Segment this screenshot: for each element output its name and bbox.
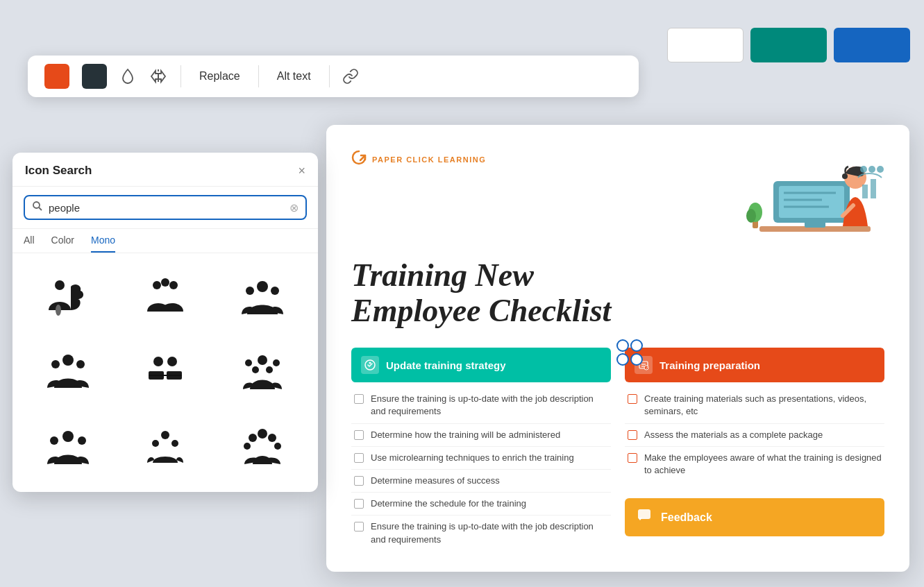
panel-header: Icon Search × — [12, 153, 318, 187]
svg-point-27 — [161, 431, 169, 439]
svg-point-32 — [268, 434, 276, 442]
svg-point-33 — [244, 443, 251, 450]
svg-point-23 — [266, 366, 273, 373]
svg-point-21 — [273, 359, 280, 366]
checkbox[interactable] — [354, 453, 364, 463]
card1-header: Update training strategy — [351, 348, 611, 382]
list-item: Create training materials such as presen… — [625, 388, 884, 423]
card1-items: Ensure the training is up-to-date with t… — [351, 388, 611, 551]
icon-grid — [12, 253, 318, 492]
card-training-prep: Training preparation Create training mat… — [625, 348, 884, 551]
checkbox[interactable] — [354, 476, 364, 486]
list-item: Ensure the training is up-to-date with t… — [351, 388, 611, 423]
card2-items: Create training materials such as presen… — [625, 388, 884, 482]
tab-color[interactable]: Color — [51, 235, 74, 253]
feedback-label: Feedback — [661, 511, 712, 524]
checkbox[interactable] — [628, 394, 637, 404]
illustration — [746, 150, 884, 254]
svg-point-9 — [246, 287, 254, 295]
svg-point-50 — [860, 166, 867, 173]
icon-cell-5[interactable] — [121, 339, 210, 406]
svg-point-3 — [55, 280, 65, 290]
icon-cell-6[interactable] — [218, 339, 307, 406]
tab-mono[interactable]: Mono — [91, 235, 115, 253]
close-button[interactable]: × — [298, 164, 305, 177]
divider3 — [329, 65, 330, 87]
checkbox[interactable] — [354, 430, 364, 440]
toolbar: Replace Alt text — [28, 56, 639, 97]
svg-point-57 — [617, 354, 628, 365]
svg-point-52 — [877, 166, 884, 173]
checkbox[interactable] — [354, 394, 364, 404]
list-item: Use microlearning techniques to enrich t… — [351, 447, 611, 470]
alt-text-button[interactable]: Alt text — [271, 67, 317, 85]
svg-point-4 — [56, 305, 61, 316]
icon-cell-9[interactable] — [218, 414, 307, 481]
svg-point-8 — [257, 281, 268, 292]
checkbox[interactable] — [354, 522, 364, 531]
color-picker-dark[interactable] — [82, 64, 107, 89]
icon-cell-2[interactable] — [121, 264, 210, 331]
feedback-bar: Feedback — [625, 498, 884, 536]
flip-icon[interactable] — [149, 68, 168, 85]
svg-point-11 — [51, 360, 60, 368]
replace-button[interactable]: Replace — [194, 67, 246, 85]
svg-point-56 — [631, 340, 642, 351]
checkbox[interactable] — [628, 453, 637, 463]
checkbox[interactable] — [354, 499, 364, 509]
tab-all[interactable]: All — [24, 235, 35, 253]
svg-point-12 — [62, 355, 74, 366]
brand-name: PAPER CLICK LEARNING — [372, 155, 486, 164]
slide-area: PAPER CLICK LEARNING — [326, 125, 909, 572]
icon-cell-4[interactable] — [24, 339, 112, 406]
svg-point-13 — [76, 360, 85, 368]
color-swatches — [667, 28, 910, 62]
svg-point-54 — [369, 362, 371, 364]
search-bar: ⊗ — [12, 187, 318, 229]
svg-point-22 — [252, 366, 259, 373]
search-input[interactable] — [49, 202, 284, 214]
list-item: Determine how the training will be admin… — [351, 424, 611, 447]
svg-point-5 — [153, 281, 161, 289]
svg-point-28 — [152, 440, 159, 447]
svg-point-31 — [258, 429, 267, 439]
svg-point-19 — [245, 359, 252, 366]
svg-point-7 — [161, 278, 169, 287]
panel-title: Icon Search — [25, 164, 92, 178]
search-icon — [32, 201, 43, 214]
document-title: Training New Employee Checklist — [351, 258, 884, 328]
svg-point-26 — [78, 436, 86, 445]
checklist-grid: Update training strategy Ensure the trai… — [351, 348, 884, 551]
card1-icon — [361, 356, 379, 374]
icon-search-panel: Icon Search × ⊗ All Color Mono — [12, 153, 318, 492]
svg-point-25 — [62, 431, 74, 442]
list-item: Determine the schedule for the training — [351, 493, 611, 516]
svg-point-44 — [842, 173, 848, 179]
icon-cell-7[interactable] — [24, 414, 112, 481]
swatch-blue[interactable] — [834, 28, 910, 62]
clear-button[interactable]: ⊗ — [289, 201, 299, 214]
icon-cell-1[interactable] — [24, 264, 112, 331]
svg-point-10 — [271, 287, 279, 295]
svg-point-1 — [33, 202, 40, 208]
divider1 — [180, 65, 181, 87]
card-update-training: Update training strategy Ensure the trai… — [351, 348, 611, 551]
svg-point-51 — [868, 166, 875, 173]
svg-point-47 — [746, 209, 756, 223]
svg-point-62 — [644, 366, 648, 370]
svg-point-30 — [249, 434, 257, 442]
link-icon[interactable] — [342, 68, 359, 85]
swatch-white[interactable] — [667, 28, 744, 62]
list-item: Assess the materials as a complete packa… — [625, 424, 884, 447]
svg-point-20 — [258, 355, 267, 365]
color-picker-orange[interactable] — [44, 64, 69, 89]
icon-cell-3[interactable] — [218, 264, 307, 331]
icon-cell-8[interactable] — [121, 414, 210, 481]
checkbox[interactable] — [628, 430, 637, 440]
svg-point-55 — [617, 340, 628, 351]
card2-icon — [635, 356, 653, 374]
swatch-teal[interactable] — [750, 28, 827, 62]
svg-point-24 — [50, 436, 58, 445]
fill-icon[interactable] — [119, 68, 136, 85]
search-input-wrap: ⊗ — [24, 195, 307, 220]
